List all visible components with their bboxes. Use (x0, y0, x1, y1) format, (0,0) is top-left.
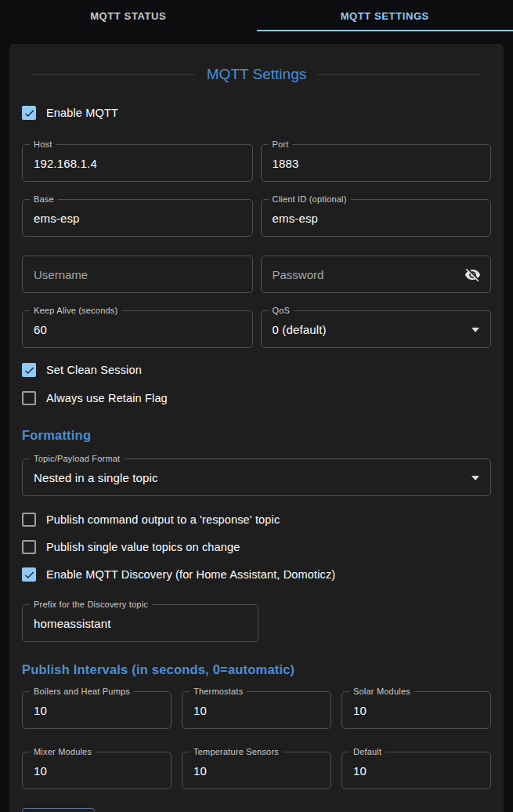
tab-mqtt-status-label: MQTT STATUS (90, 10, 166, 22)
interval-solar-value: 10 (353, 704, 367, 717)
page-title: MQTT Settings (207, 66, 306, 83)
host-field[interactable]: Host 192.168.1.4 (22, 144, 253, 182)
title-divider-right (317, 74, 482, 75)
host-field-label: Host (30, 140, 56, 149)
port-field[interactable]: Port 1883 (261, 144, 492, 182)
check-icon (23, 107, 35, 119)
check-icon (23, 364, 35, 376)
interval-solar-field[interactable]: Solar Modules 10 (341, 691, 491, 729)
topic-format-select-label: Topic/Payload Format (30, 454, 124, 463)
formatting-heading: Formatting (22, 428, 491, 443)
base-field[interactable]: Base ems-esp (22, 199, 253, 237)
interval-temperature-field[interactable]: Temperature Sensors 10 (182, 752, 331, 789)
chevron-down-icon[interactable] (471, 328, 479, 332)
chevron-down-icon[interactable] (471, 476, 479, 480)
username-field[interactable]: Username (22, 256, 253, 293)
retain-flag-row[interactable]: Always use Retain Flag (22, 389, 491, 408)
card-title-row: MQTT Settings (31, 66, 482, 83)
active-tab-indicator (257, 30, 513, 31)
interval-mixer-label: Mixer Modules (30, 747, 96, 756)
keep-alive-field[interactable]: Keep Alive (seconds) 60 (22, 310, 253, 348)
discovery-row[interactable]: Enable MQTT Discovery (for Home Assistan… (22, 565, 491, 584)
interval-thermostats-value: 10 (193, 704, 207, 717)
tab-bar: MQTT STATUS MQTT SETTINGS (0, 0, 513, 31)
enable-mqtt-row[interactable]: Enable MQTT (22, 103, 491, 122)
clean-session-checkbox[interactable] (22, 363, 36, 377)
publish-single-checkbox[interactable] (22, 540, 36, 554)
mqtt-settings-card: MQTT Settings Enable MQTT Host 192.168.1… (9, 44, 504, 812)
keep-alive-field-value: 60 (34, 323, 47, 336)
visibility-off-icon (464, 266, 481, 283)
enable-mqtt-checkbox[interactable] (22, 106, 36, 120)
keep-alive-field-label: Keep Alive (seconds) (30, 306, 121, 315)
interval-boilers-value: 10 (34, 704, 47, 717)
interval-thermostats-label: Thermostats (190, 687, 247, 696)
check-icon (23, 569, 35, 581)
discovery-prefix-field[interactable]: Prefix for the Discovery topic homeassis… (22, 604, 258, 642)
base-field-value: ems-esp (34, 212, 80, 225)
interval-temperature-value: 10 (193, 764, 207, 778)
interval-solar-label: Solar Modules (349, 687, 414, 696)
interval-mixer-value: 10 (34, 764, 47, 778)
topic-format-select[interactable]: Topic/Payload Format Nested in a single … (22, 459, 491, 496)
qos-select[interactable]: QoS 0 (default) (261, 310, 492, 348)
tab-mqtt-status[interactable]: MQTT STATUS (0, 0, 257, 31)
interval-default-label: Default (349, 747, 385, 756)
publish-single-row[interactable]: Publish single value topics on change (22, 538, 491, 556)
discovery-prefix-field-label: Prefix for the Discovery topic (30, 600, 152, 609)
qos-select-label: QoS (269, 306, 294, 315)
retain-flag-checkbox[interactable] (22, 391, 36, 405)
port-field-label: Port (269, 140, 293, 149)
toggle-password-visibility-button[interactable] (462, 264, 482, 285)
interval-default-value: 10 (353, 764, 367, 778)
retain-flag-label: Always use Retain Flag (46, 392, 168, 404)
publish-response-row[interactable]: Publish command output to a 'response' t… (22, 510, 491, 529)
publish-response-label: Publish command output to a 'response' t… (46, 513, 280, 526)
password-field-placeholder: Password (273, 268, 324, 281)
interval-boilers-label: Boilers and Heat Pumps (30, 687, 134, 696)
port-field-value: 1883 (273, 157, 299, 170)
topic-format-select-value: Nested in a single topic (34, 471, 158, 484)
interval-thermostats-field[interactable]: Thermostats 10 (182, 691, 331, 729)
clean-session-label: Set Clean Session (46, 364, 142, 376)
save-button[interactable]: SAVE (22, 808, 95, 812)
interval-temperature-label: Temperature Sensors (190, 747, 283, 756)
client-id-field-value: ems-esp (273, 212, 319, 225)
username-field-placeholder: Username (34, 268, 88, 281)
client-id-field[interactable]: Client ID (optional) ems-esp (261, 199, 492, 237)
qos-select-value: 0 (default) (273, 323, 327, 336)
client-id-field-label: Client ID (optional) (269, 194, 351, 204)
enable-mqtt-label: Enable MQTT (46, 107, 118, 119)
interval-mixer-field[interactable]: Mixer Modules 10 (22, 752, 172, 789)
host-field-value: 192.168.1.4 (34, 157, 97, 170)
publish-response-checkbox[interactable] (22, 513, 36, 527)
interval-boilers-field[interactable]: Boilers and Heat Pumps 10 (22, 691, 172, 729)
password-field[interactable]: Password (261, 256, 492, 293)
discovery-checkbox[interactable] (22, 567, 36, 582)
base-field-label: Base (30, 194, 58, 204)
interval-default-field[interactable]: Default 10 (341, 752, 491, 789)
publish-single-label: Publish single value topics on change (46, 541, 240, 553)
discovery-label: Enable MQTT Discovery (for Home Assistan… (46, 568, 335, 581)
title-divider-left (31, 74, 196, 75)
publish-intervals-heading: Publish Intervals (in seconds, 0=automat… (22, 662, 491, 677)
discovery-prefix-field-value: homeassistant (34, 617, 111, 630)
tab-mqtt-settings[interactable]: MQTT SETTINGS (257, 0, 513, 31)
clean-session-row[interactable]: Set Clean Session (22, 361, 491, 379)
tab-mqtt-settings-label: MQTT SETTINGS (341, 10, 429, 22)
